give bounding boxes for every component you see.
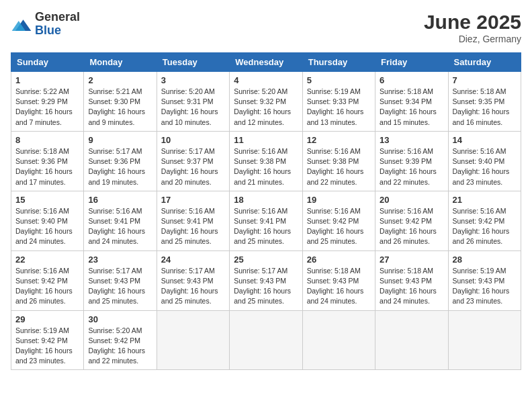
day-number: 10 xyxy=(161,135,225,145)
day-info: Sunrise: 5:19 AM Sunset: 9:33 PM Dayligh… xyxy=(307,87,371,128)
day-info: Sunrise: 5:20 AM Sunset: 9:42 PM Dayligh… xyxy=(88,326,152,367)
table-cell xyxy=(448,310,521,370)
col-wednesday: Wednesday xyxy=(230,53,302,72)
table-cell: 19 Sunrise: 5:16 AM Sunset: 9:42 PM Dayl… xyxy=(302,191,375,250)
day-info: Sunrise: 5:16 AM Sunset: 9:41 PM Dayligh… xyxy=(161,206,225,247)
logo-blue-text: Blue xyxy=(35,24,61,37)
day-info: Sunrise: 5:16 AM Sunset: 9:38 PM Dayligh… xyxy=(234,146,298,187)
day-info: Sunrise: 5:17 AM Sunset: 9:43 PM Dayligh… xyxy=(161,266,225,307)
table-cell: 5 Sunrise: 5:19 AM Sunset: 9:33 PM Dayli… xyxy=(302,72,375,132)
table-cell: 10 Sunrise: 5:17 AM Sunset: 9:37 PM Dayl… xyxy=(157,131,229,191)
table-cell: 7 Sunrise: 5:18 AM Sunset: 9:35 PM Dayli… xyxy=(448,72,521,132)
day-number: 2 xyxy=(88,75,152,85)
table-cell: 15 Sunrise: 5:16 AM Sunset: 9:40 PM Dayl… xyxy=(11,191,84,250)
day-info: Sunrise: 5:16 AM Sunset: 9:41 PM Dayligh… xyxy=(88,206,152,247)
table-cell: 3 Sunrise: 5:20 AM Sunset: 9:31 PM Dayli… xyxy=(157,72,229,132)
col-sunday: Sunday xyxy=(11,53,84,72)
table-cell: 28 Sunrise: 5:19 AM Sunset: 9:43 PM Dayl… xyxy=(448,250,521,310)
month-title: June 2025 xyxy=(424,11,521,34)
day-info: Sunrise: 5:16 AM Sunset: 9:42 PM Dayligh… xyxy=(453,206,517,247)
table-cell xyxy=(230,310,302,370)
day-number: 30 xyxy=(88,314,152,324)
day-info: Sunrise: 5:18 AM Sunset: 9:35 PM Dayligh… xyxy=(453,87,517,128)
table-cell: 27 Sunrise: 5:18 AM Sunset: 9:43 PM Dayl… xyxy=(375,250,448,310)
day-number: 11 xyxy=(234,135,298,145)
table-cell: 11 Sunrise: 5:16 AM Sunset: 9:38 PM Dayl… xyxy=(230,131,302,191)
logo-icon xyxy=(11,15,32,34)
table-cell: 6 Sunrise: 5:18 AM Sunset: 9:34 PM Dayli… xyxy=(375,72,448,132)
day-number: 26 xyxy=(307,255,371,265)
logo: General Blue xyxy=(11,11,80,38)
day-number: 27 xyxy=(380,255,443,265)
day-info: Sunrise: 5:21 AM Sunset: 9:30 PM Dayligh… xyxy=(88,87,152,128)
day-info: Sunrise: 5:16 AM Sunset: 9:41 PM Dayligh… xyxy=(234,206,298,247)
table-cell: 14 Sunrise: 5:16 AM Sunset: 9:40 PM Dayl… xyxy=(448,131,521,191)
day-number: 18 xyxy=(234,195,298,205)
calendar-row: 29 Sunrise: 5:19 AM Sunset: 9:42 PM Dayl… xyxy=(11,310,521,370)
logo-general-text: General xyxy=(35,10,80,24)
calendar-row: 8 Sunrise: 5:18 AM Sunset: 9:36 PM Dayli… xyxy=(11,131,521,191)
location-subtitle: Diez, Germany xyxy=(424,34,521,44)
day-info: Sunrise: 5:16 AM Sunset: 9:40 PM Dayligh… xyxy=(15,206,79,247)
day-number: 19 xyxy=(307,195,371,205)
day-info: Sunrise: 5:16 AM Sunset: 9:39 PM Dayligh… xyxy=(380,146,443,187)
day-number: 20 xyxy=(380,195,443,205)
day-info: Sunrise: 5:18 AM Sunset: 9:43 PM Dayligh… xyxy=(307,266,371,307)
col-thursday: Thursday xyxy=(302,53,375,72)
table-cell: 29 Sunrise: 5:19 AM Sunset: 9:42 PM Dayl… xyxy=(11,310,84,370)
day-number: 28 xyxy=(453,255,517,265)
day-number: 3 xyxy=(161,75,225,85)
table-cell: 23 Sunrise: 5:17 AM Sunset: 9:43 PM Dayl… xyxy=(84,250,157,310)
calendar-header-row: Sunday Monday Tuesday Wednesday Thursday… xyxy=(11,53,521,72)
day-number: 17 xyxy=(161,195,225,205)
table-cell: 13 Sunrise: 5:16 AM Sunset: 9:39 PM Dayl… xyxy=(375,131,448,191)
table-cell: 16 Sunrise: 5:16 AM Sunset: 9:41 PM Dayl… xyxy=(84,191,157,250)
day-number: 7 xyxy=(453,75,517,85)
day-number: 25 xyxy=(234,255,298,265)
day-number: 8 xyxy=(15,135,79,145)
col-friday: Friday xyxy=(375,53,448,72)
day-info: Sunrise: 5:17 AM Sunset: 9:37 PM Dayligh… xyxy=(161,146,225,187)
day-number: 4 xyxy=(234,75,298,85)
day-number: 13 xyxy=(380,135,443,145)
day-number: 6 xyxy=(380,75,443,85)
day-number: 21 xyxy=(453,195,517,205)
table-cell: 2 Sunrise: 5:21 AM Sunset: 9:30 PM Dayli… xyxy=(84,72,157,132)
day-info: Sunrise: 5:18 AM Sunset: 9:36 PM Dayligh… xyxy=(15,146,79,187)
calendar-row: 1 Sunrise: 5:22 AM Sunset: 9:29 PM Dayli… xyxy=(11,72,521,132)
day-info: Sunrise: 5:18 AM Sunset: 9:43 PM Dayligh… xyxy=(380,266,443,307)
table-cell xyxy=(302,310,375,370)
table-cell: 8 Sunrise: 5:18 AM Sunset: 9:36 PM Dayli… xyxy=(11,131,84,191)
table-cell: 17 Sunrise: 5:16 AM Sunset: 9:41 PM Dayl… xyxy=(157,191,229,250)
day-info: Sunrise: 5:20 AM Sunset: 9:31 PM Dayligh… xyxy=(161,87,225,128)
day-info: Sunrise: 5:19 AM Sunset: 9:42 PM Dayligh… xyxy=(15,326,79,367)
day-number: 14 xyxy=(453,135,517,145)
col-monday: Monday xyxy=(84,53,157,72)
title-block: June 2025 Diez, Germany xyxy=(424,11,521,44)
calendar-row: 22 Sunrise: 5:16 AM Sunset: 9:42 PM Dayl… xyxy=(11,250,521,310)
day-info: Sunrise: 5:16 AM Sunset: 9:42 PM Dayligh… xyxy=(15,266,79,307)
col-saturday: Saturday xyxy=(448,53,521,72)
col-tuesday: Tuesday xyxy=(157,53,229,72)
day-number: 24 xyxy=(161,255,225,265)
day-number: 9 xyxy=(88,135,152,145)
table-cell xyxy=(157,310,229,370)
table-cell: 1 Sunrise: 5:22 AM Sunset: 9:29 PM Dayli… xyxy=(11,72,84,132)
table-cell: 20 Sunrise: 5:16 AM Sunset: 9:42 PM Dayl… xyxy=(375,191,448,250)
table-cell: 21 Sunrise: 5:16 AM Sunset: 9:42 PM Dayl… xyxy=(448,191,521,250)
day-info: Sunrise: 5:16 AM Sunset: 9:38 PM Dayligh… xyxy=(307,146,371,187)
day-info: Sunrise: 5:19 AM Sunset: 9:43 PM Dayligh… xyxy=(453,266,517,307)
day-number: 15 xyxy=(15,195,79,205)
day-info: Sunrise: 5:17 AM Sunset: 9:36 PM Dayligh… xyxy=(88,146,152,187)
table-cell: 18 Sunrise: 5:16 AM Sunset: 9:41 PM Dayl… xyxy=(230,191,302,250)
day-number: 23 xyxy=(88,255,152,265)
day-number: 16 xyxy=(88,195,152,205)
day-info: Sunrise: 5:20 AM Sunset: 9:32 PM Dayligh… xyxy=(234,87,298,128)
page-header: General Blue June 2025 Diez, Germany xyxy=(11,11,521,44)
day-info: Sunrise: 5:16 AM Sunset: 9:42 PM Dayligh… xyxy=(380,206,443,247)
day-number: 1 xyxy=(15,75,79,85)
calendar-row: 15 Sunrise: 5:16 AM Sunset: 9:40 PM Dayl… xyxy=(11,191,521,250)
day-info: Sunrise: 5:17 AM Sunset: 9:43 PM Dayligh… xyxy=(234,266,298,307)
table-cell: 12 Sunrise: 5:16 AM Sunset: 9:38 PM Dayl… xyxy=(302,131,375,191)
table-cell: 25 Sunrise: 5:17 AM Sunset: 9:43 PM Dayl… xyxy=(230,250,302,310)
